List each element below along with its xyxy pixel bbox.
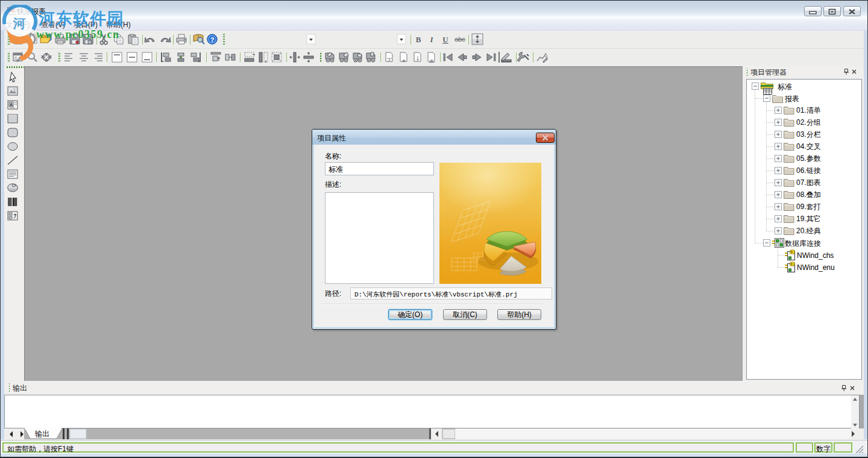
svg-text:输出: 输出 (13, 384, 27, 392)
svg-text:01.清单: 01.清单 (796, 106, 821, 114)
svg-text:06.链接: 06.链接 (796, 166, 821, 175)
svg-text:09.套打: 09.套打 (796, 202, 821, 211)
svg-text:05.参数: 05.参数 (796, 154, 821, 163)
svg-text:标准: 标准 (778, 83, 792, 91)
svg-text:输出: 输出 (35, 430, 49, 438)
svg-text:08.叠加: 08.叠加 (796, 190, 821, 199)
svg-text:数据库连接: 数据库连接 (785, 239, 821, 248)
svg-text:02.分组: 02.分组 (796, 118, 821, 127)
svg-text:03.分栏: 03.分栏 (796, 130, 821, 139)
svg-text:报表: 报表 (784, 95, 799, 103)
svg-text:NWind_enu: NWind_enu (797, 263, 835, 272)
svg-text:A: A (10, 102, 13, 107)
svg-text:07.图表: 07.图表 (796, 178, 821, 187)
svg-text:04.交叉: 04.交叉 (796, 142, 821, 151)
svg-text:20.经典: 20.经典 (796, 227, 821, 235)
svg-text:NWind_chs: NWind_chs (797, 251, 834, 260)
svg-text:19.其它: 19.其它 (796, 215, 821, 223)
svg-text:项目管理器: 项目管理器 (750, 68, 787, 77)
